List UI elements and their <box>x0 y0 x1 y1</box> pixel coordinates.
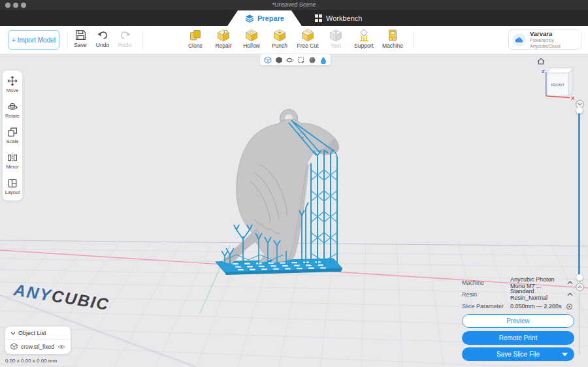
view-mode-toolbar <box>260 54 331 65</box>
sidebar-item-move[interactable]: Move <box>3 76 22 93</box>
preview-button[interactable]: Preview <box>462 314 574 328</box>
toolbar-item-label: Punch <box>265 42 294 49</box>
machine-label: Machine <box>462 279 510 286</box>
sidebar-item-label: Rotate <box>3 113 22 119</box>
workbench-grid-icon <box>315 14 323 22</box>
save-slice-file-button[interactable]: Save Slice File <box>462 347 574 361</box>
cloud-account-text: Varvara Powered by AnycubicCloud <box>530 31 577 49</box>
resin-label: Resin <box>462 291 510 298</box>
repair-button[interactable]: Repair <box>209 29 238 49</box>
save-slice-file-label: Save Slice File <box>497 351 540 358</box>
move-icon <box>7 76 18 86</box>
text-icon: T <box>329 29 342 42</box>
water-drop-icon[interactable] <box>319 56 327 64</box>
slider-handle-bottom[interactable] <box>576 274 583 281</box>
toolbar-divider <box>413 31 414 49</box>
z-axis-label: Z <box>542 69 545 74</box>
layout-icon <box>7 178 18 188</box>
machine-select-row[interactable]: Machine Anycubic Photon Mono M7 ... <box>459 277 576 289</box>
slice-parameter-row[interactable]: Slice Parameter 0.050mm — 2.200s <box>459 300 576 312</box>
sidebar-item-layout[interactable]: Layout <box>3 178 22 195</box>
layer-slider <box>574 98 585 359</box>
orbit-view-icon[interactable] <box>286 56 294 64</box>
undo-icon <box>97 29 109 41</box>
anycubic-cloud-account[interactable]: Varvara Powered by AnycubicCloud <box>508 29 581 50</box>
object-name: crow.stl_fixed <box>21 343 54 350</box>
machine-button[interactable]: Machine <box>378 29 407 49</box>
dropdown-arrow-icon[interactable] <box>562 353 568 357</box>
resin-select-row[interactable]: Resin Standard Resin_Normal <box>459 289 576 300</box>
sidebar-item-label: Scale <box>3 138 22 144</box>
toolbar-item-label: Redo <box>110 42 139 48</box>
sidebar-item-rotate[interactable]: Rotate <box>3 101 22 119</box>
support-icon <box>357 29 370 42</box>
import-model-button[interactable]: + Import Model <box>8 30 59 50</box>
app-window: *Unsaved Scene Prepare Workbench + Impor… <box>0 0 588 367</box>
toolbar-item-label: Machine <box>378 42 407 49</box>
cloud-icon <box>513 33 526 46</box>
clone-icon <box>189 29 202 42</box>
save-icon <box>74 29 87 41</box>
home-view-icon[interactable] <box>538 59 544 65</box>
sidebar-item-mirror[interactable]: Mirror <box>3 152 22 170</box>
hollow-button[interactable]: Hollow <box>237 29 266 49</box>
parameter-settings-icon[interactable] <box>566 303 573 310</box>
tab-prepare[interactable]: Prepare <box>227 10 302 26</box>
punch-button[interactable]: Punch <box>265 29 294 49</box>
slice-settings-panel: Machine Anycubic Photon Mono M7 ... Resi… <box>459 277 576 312</box>
text-button[interactable]: T Text <box>321 29 350 49</box>
slider-track[interactable] <box>578 110 580 278</box>
free-cut-button[interactable]: Free Cut <box>293 29 322 49</box>
machine-value: Anycubic Photon Mono M7 ... <box>510 276 567 289</box>
object-list-panel: Object List crow.stl_fixed <box>5 327 71 354</box>
sidebar-item-scale[interactable]: Scale <box>3 127 22 144</box>
toolbar-divider <box>142 31 143 49</box>
sidebar-item-label: Mirror <box>3 164 22 170</box>
redo-button[interactable]: Redo <box>110 29 139 48</box>
slice-parameter-label: Slice Parameter <box>462 303 510 310</box>
tab-bar: Prepare Workbench <box>0 10 588 26</box>
view-cube-right-face[interactable] <box>568 69 573 96</box>
toolbar-item-label: Support <box>350 42 378 49</box>
tab-workbench[interactable]: Workbench <box>302 10 375 26</box>
visibility-eye-icon[interactable] <box>57 344 65 349</box>
tab-prepare-label: Prepare <box>257 14 284 22</box>
free-cut-icon <box>301 29 314 42</box>
support-button[interactable]: Support <box>350 29 378 49</box>
object-list-item[interactable]: crow.stl_fixed <box>5 340 71 354</box>
remote-print-button[interactable]: Remote Print <box>462 331 574 345</box>
select-area-icon[interactable] <box>297 56 305 64</box>
slider-handle-top[interactable] <box>576 107 583 114</box>
slice-parameter-value: 0.050mm — 2.200s <box>510 303 566 310</box>
object-list-title: Object List <box>18 330 46 336</box>
chevron-down-icon <box>10 332 16 335</box>
slider-collapse-up-button[interactable] <box>576 283 584 291</box>
tab-workbench-label: Workbench <box>326 14 362 22</box>
sphere-view-icon[interactable] <box>308 56 316 64</box>
sidebar-item-label: Layout <box>3 189 22 195</box>
titlebar: *Unsaved Scene <box>0 0 588 10</box>
layers-icon <box>245 14 254 23</box>
hollow-icon <box>245 29 258 42</box>
chevron-up-icon <box>567 293 573 296</box>
punch-icon <box>273 29 286 42</box>
main-toolbar: + Import Model Save Undo Redo <box>0 26 588 54</box>
view-cube[interactable]: Z FRONT X <box>532 56 585 103</box>
toolbar-item-label: Hollow <box>237 42 266 49</box>
svg-text:T: T <box>335 30 338 36</box>
redo-icon <box>119 29 131 41</box>
toolbar-item-label: Clone <box>181 42 210 49</box>
chevron-up-icon <box>567 281 573 285</box>
solid-view-icon[interactable] <box>274 56 283 64</box>
toolbar-item-label: Free Cut <box>293 42 322 49</box>
clone-button[interactable]: Clone <box>181 29 210 49</box>
model-cube-icon <box>10 343 18 350</box>
slider-track-inactive <box>579 293 580 355</box>
repair-icon <box>217 29 230 42</box>
transform-sidebar: Move Rotate Scale Mirror <box>3 71 22 200</box>
selection-dimensions: 0.00 x 0.00 x 0.00 mm <box>5 358 57 364</box>
rotate-icon <box>7 101 18 112</box>
sidebar-item-label: Move <box>3 88 22 93</box>
wireframe-view-icon[interactable] <box>263 56 272 64</box>
object-list-header[interactable]: Object List <box>5 327 71 339</box>
